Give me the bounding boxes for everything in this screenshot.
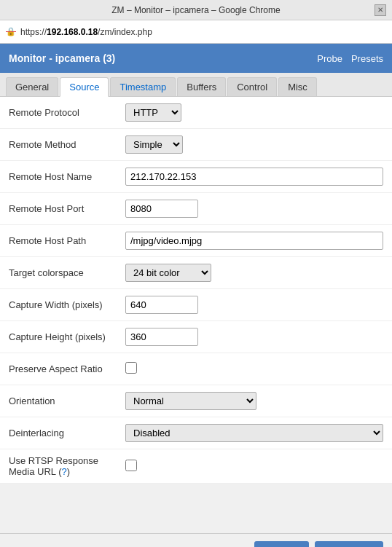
control-remote-protocol: HTTP HTTPS RTSP [125, 103, 383, 122]
checkbox-preserve-aspect[interactable] [125, 362, 137, 374]
content-wrapper: Remote Protocol HTTP HTTPS RTSP Remote M… [0, 97, 392, 547]
label-remote-host-port: Remote Host Port [9, 203, 125, 214]
field-use-rtsp: Use RTSP Response Media URL (?) [0, 449, 392, 484]
label-remote-method: Remote Method [9, 139, 125, 150]
select-remote-protocol[interactable]: HTTP HTTPS RTSP [125, 103, 181, 122]
input-remote-host-port[interactable] [125, 200, 198, 218]
field-orientation: Orientation Normal Rotate 90 Rotate 180 … [0, 385, 392, 417]
field-deinterlacing: Deinterlacing Disabled Enabled (Odd) Ena… [0, 417, 392, 449]
tab-buffers[interactable]: Buffers [177, 77, 226, 96]
control-remote-host-name [125, 168, 383, 186]
control-preserve-aspect [125, 362, 383, 376]
field-remote-protocol: Remote Protocol HTTP HTTPS RTSP [0, 97, 392, 129]
label-use-rtsp: Use RTSP Response Media URL (?) [9, 455, 125, 477]
control-use-rtsp [125, 460, 383, 473]
tab-timestamp[interactable]: Timestamp [110, 77, 176, 96]
label-capture-height: Capture Height (pixels) [9, 331, 125, 342]
form-scroll: Remote Protocol HTTP HTTPS RTSP Remote M… [0, 97, 392, 533]
field-capture-width: Capture Width (pixels) [0, 289, 392, 321]
rtsp-help-link[interactable]: ? [61, 466, 66, 477]
close-button[interactable]: ✕ [375, 4, 386, 16]
control-remote-host-port [125, 200, 383, 218]
tab-misc[interactable]: Misc [278, 77, 317, 96]
lock-icon: 🔒 [6, 27, 16, 36]
address-path: /zm/index.php [98, 27, 152, 37]
form-area: Remote Protocol HTTP HTTPS RTSP Remote M… [0, 97, 392, 484]
label-capture-width: Capture Width (pixels) [9, 299, 125, 310]
input-capture-height[interactable] [125, 328, 198, 346]
page-header: Monitor - ipcamera (3) Probe Presets [0, 44, 392, 73]
label-remote-protocol: Remote Protocol [9, 107, 125, 118]
field-remote-host-name: Remote Host Name [0, 161, 392, 193]
select-orientation[interactable]: Normal Rotate 90 Rotate 180 Rotate 270 F… [125, 392, 256, 410]
field-remote-host-port: Remote Host Port [0, 193, 392, 225]
control-remote-method: Simple Regexp [125, 135, 383, 154]
field-preserve-aspect: Preserve Aspect Ratio [0, 353, 392, 385]
tab-control[interactable]: Control [227, 77, 277, 96]
footer: SAVE CANCEL [0, 533, 392, 547]
label-orientation: Orientation [9, 396, 125, 406]
label-preserve-aspect: Preserve Aspect Ratio [9, 363, 125, 374]
title-bar-title: ZM – Monitor – ipcamera – Google Chrome [17, 5, 375, 15]
input-capture-width[interactable] [125, 296, 198, 314]
control-remote-host-path [125, 232, 383, 250]
control-orientation: Normal Rotate 90 Rotate 180 Rotate 270 F… [125, 392, 383, 410]
title-bar: ZM – Monitor – ipcamera – Google Chrome … [0, 0, 392, 20]
field-remote-method: Remote Method Simple Regexp [0, 129, 392, 161]
control-capture-width [125, 296, 383, 314]
address-bar: 🔒 https://192.168.0.18/zm/index.php [0, 20, 392, 44]
input-remote-host-name[interactable] [125, 168, 383, 186]
control-deinterlacing: Disabled Enabled (Odd) Enabled (Even) En… [125, 424, 383, 442]
address-url: https://192.168.0.18/zm/index.php [20, 27, 152, 37]
select-target-colorspace[interactable]: 24 bit color 8 bit greyscale 32 bit colo… [125, 264, 211, 282]
tabs: General Source Timestamp Buffers Control… [0, 73, 392, 97]
select-remote-method[interactable]: Simple Regexp [125, 135, 183, 154]
save-button[interactable]: SAVE [254, 541, 308, 547]
field-target-colorspace: Target colorspace 24 bit color 8 bit gre… [0, 257, 392, 289]
select-deinterlacing[interactable]: Disabled Enabled (Odd) Enabled (Even) En… [125, 424, 383, 442]
header-links: Probe Presets [317, 53, 383, 64]
label-remote-host-name: Remote Host Name [9, 171, 125, 182]
presets-link[interactable]: Presets [351, 53, 383, 64]
probe-link[interactable]: Probe [317, 53, 342, 64]
tab-source[interactable]: Source [60, 77, 109, 97]
field-remote-host-path: Remote Host Path [0, 225, 392, 257]
tab-general[interactable]: General [6, 77, 58, 96]
address-protocol: https:// [20, 27, 47, 37]
label-deinterlacing: Deinterlacing [9, 428, 125, 438]
field-capture-height: Capture Height (pixels) [0, 321, 392, 353]
label-target-colorspace: Target colorspace [9, 267, 125, 278]
page-title: Monitor - ipcamera (3) [9, 52, 115, 64]
control-capture-height [125, 328, 383, 346]
cancel-button[interactable]: CANCEL [315, 541, 383, 547]
input-remote-host-path[interactable] [125, 232, 383, 250]
label-remote-host-path: Remote Host Path [9, 235, 125, 246]
checkbox-use-rtsp[interactable] [125, 460, 137, 471]
address-domain: 192.168.0.18 [47, 27, 98, 37]
control-target-colorspace: 24 bit color 8 bit greyscale 32 bit colo… [125, 264, 383, 282]
